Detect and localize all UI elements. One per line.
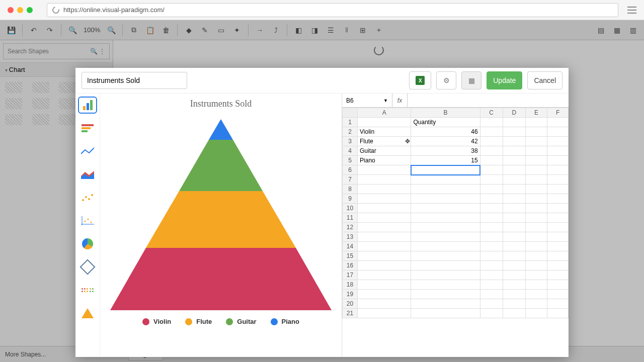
address-bar[interactable]: https://online.visual-paradigm.com/ xyxy=(47,3,618,17)
col-header[interactable]: D xyxy=(503,108,525,118)
row-header[interactable]: 2 xyxy=(343,127,358,137)
chart-type-radar[interactable] xyxy=(80,260,95,274)
cell[interactable] xyxy=(411,175,480,185)
chart-type-bar[interactable] xyxy=(80,99,95,112)
cell[interactable] xyxy=(503,270,525,280)
col-header[interactable]: E xyxy=(525,108,547,118)
cell[interactable] xyxy=(503,146,525,156)
palette-item[interactable] xyxy=(59,82,76,93)
cell[interactable] xyxy=(525,309,547,318)
cell[interactable] xyxy=(411,309,480,318)
cell[interactable] xyxy=(480,261,503,270)
cell[interactable] xyxy=(358,118,411,127)
redo-icon[interactable]: ↷ xyxy=(43,23,57,37)
cell[interactable] xyxy=(525,270,547,280)
cell[interactable] xyxy=(525,223,547,232)
cell[interactable] xyxy=(525,299,547,309)
cell[interactable] xyxy=(358,290,411,299)
add-icon[interactable]: ＋ xyxy=(372,23,386,37)
cell[interactable] xyxy=(503,280,525,290)
cell[interactable] xyxy=(547,146,569,156)
effects-icon[interactable]: ✦ xyxy=(230,23,244,37)
maximize-window-icon[interactable] xyxy=(27,7,33,13)
browser-menu-icon[interactable] xyxy=(627,7,636,14)
panel-2-icon[interactable]: ▦ xyxy=(610,23,624,37)
row-header[interactable]: 8 xyxy=(343,185,358,194)
fill-color-icon[interactable]: ◆ xyxy=(182,23,196,37)
palette-item[interactable] xyxy=(32,98,49,109)
cell[interactable] xyxy=(480,165,503,175)
cell[interactable] xyxy=(503,194,525,204)
col-header[interactable]: F xyxy=(547,108,569,118)
cell[interactable] xyxy=(503,175,525,185)
delete-icon[interactable]: 🗑 xyxy=(159,23,173,37)
cell[interactable]: Piano xyxy=(358,156,411,165)
cell[interactable] xyxy=(525,194,547,204)
row-header[interactable]: 19 xyxy=(343,290,358,299)
cell[interactable] xyxy=(503,137,525,146)
paste-icon[interactable]: 📋 xyxy=(143,23,157,37)
cell[interactable] xyxy=(547,127,569,137)
cell[interactable] xyxy=(480,156,503,165)
chart-type-area[interactable] xyxy=(80,168,95,181)
chart-type-line[interactable] xyxy=(80,145,95,158)
row-header[interactable]: 4 xyxy=(343,146,358,156)
cell[interactable] xyxy=(358,223,411,232)
cell[interactable] xyxy=(411,242,480,251)
cell[interactable] xyxy=(547,213,569,223)
cell[interactable] xyxy=(547,204,569,213)
col-header[interactable]: A xyxy=(358,108,411,118)
row-header[interactable]: 7 xyxy=(343,175,358,185)
row-header[interactable]: 16 xyxy=(343,261,358,270)
row-header[interactable]: 9 xyxy=(343,194,358,204)
row-header[interactable]: 12 xyxy=(343,223,358,232)
cell[interactable] xyxy=(547,242,569,251)
cell[interactable] xyxy=(411,290,480,299)
chart-type-scatter[interactable] xyxy=(80,191,95,204)
cell[interactable] xyxy=(503,261,525,270)
cell[interactable]: 46 xyxy=(411,127,480,137)
cell[interactable] xyxy=(358,251,411,261)
search-shapes-input[interactable]: Search Shapes 🔍 ⋮ xyxy=(3,43,110,59)
cell[interactable] xyxy=(480,204,503,213)
row-header[interactable]: 18 xyxy=(343,280,358,290)
cell[interactable] xyxy=(547,232,569,242)
cell[interactable] xyxy=(411,270,480,280)
cell[interactable] xyxy=(547,194,569,204)
cell[interactable] xyxy=(358,270,411,280)
cell-reference[interactable]: B6▼ xyxy=(342,94,392,107)
cell[interactable] xyxy=(547,156,569,165)
update-button[interactable]: Update xyxy=(487,71,522,89)
palette-item[interactable] xyxy=(32,82,49,93)
data-table-button[interactable]: ▦ xyxy=(461,71,481,89)
cell[interactable] xyxy=(503,232,525,242)
cell[interactable] xyxy=(358,280,411,290)
row-header[interactable]: 21 xyxy=(343,309,358,318)
cell[interactable] xyxy=(503,127,525,137)
cell[interactable] xyxy=(503,223,525,232)
cell[interactable] xyxy=(358,204,411,213)
cell[interactable] xyxy=(480,242,503,251)
cell[interactable] xyxy=(480,270,503,280)
zoom-out-icon[interactable]: 🔍 xyxy=(65,23,79,37)
chart-type-pie[interactable] xyxy=(80,237,95,250)
align-icon[interactable]: ☰ xyxy=(324,23,338,37)
cell[interactable] xyxy=(411,299,480,309)
chart-type-hbar[interactable] xyxy=(80,122,95,135)
cell[interactable] xyxy=(358,261,411,270)
cell[interactable] xyxy=(480,127,503,137)
cell[interactable] xyxy=(358,299,411,309)
cell[interactable] xyxy=(525,156,547,165)
cell[interactable] xyxy=(480,309,503,318)
cell[interactable] xyxy=(358,242,411,251)
undo-icon[interactable]: ↶ xyxy=(27,23,41,37)
cell-selected[interactable] xyxy=(411,165,480,175)
settings-button[interactable]: ⚙ xyxy=(436,71,456,89)
front-icon[interactable]: ◧ xyxy=(291,23,305,37)
cell[interactable] xyxy=(503,299,525,309)
cancel-button[interactable]: Cancel xyxy=(527,71,562,89)
cell[interactable] xyxy=(547,290,569,299)
waypoint-icon[interactable]: ⤴ xyxy=(269,23,283,37)
cell[interactable] xyxy=(480,137,503,146)
chart-title-input[interactable] xyxy=(82,72,187,89)
